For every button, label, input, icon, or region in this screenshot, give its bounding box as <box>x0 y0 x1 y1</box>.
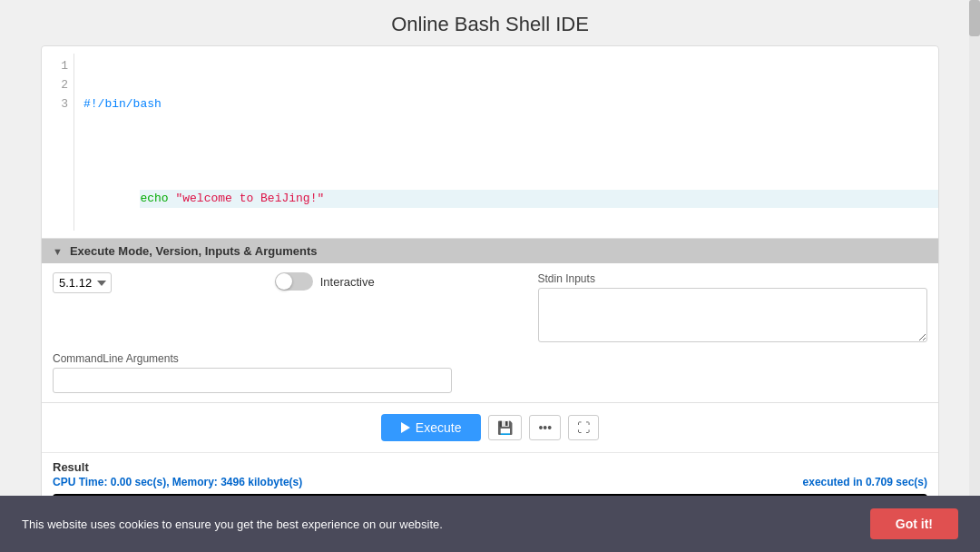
cookie-text: This website uses cookies to ensure you … <box>22 518 443 531</box>
interactive-label: Interactive <box>320 275 375 289</box>
line-numbers: 1 2 3 <box>42 54 74 231</box>
main-container: 1 2 3 #!/bin/bash echo "welcome to BeiJi… <box>41 45 939 552</box>
echo-string: "welcome to BeiJing!" <box>175 192 324 205</box>
code-editor[interactable]: #!/bin/bash echo "welcome to BeiJing!" <box>74 54 938 231</box>
interactive-wrap: Interactive <box>130 272 520 291</box>
cpu-info: CPU Time: 0.00 sec(s), Memory: 3496 kilo… <box>53 476 302 488</box>
code-line-3[interactable]: echo "welcome to BeiJing!" <box>140 190 938 209</box>
shebang-text: #!/bin/bash <box>83 97 162 111</box>
more-button[interactable]: ••• <box>529 415 561 440</box>
result-label: Result <box>53 460 927 474</box>
cookie-banner: This website uses cookies to ensure you … <box>0 496 980 552</box>
line-num-2: 2 <box>47 76 68 95</box>
toggle-knob <box>276 273 292 290</box>
code-line-2[interactable] <box>83 152 929 171</box>
collapse-icon: ▼ <box>53 246 63 257</box>
version-select[interactable]: 5.1.12 4.4.20 3.2.57 <box>53 272 112 293</box>
execute-mode-label: Execute Mode, Version, Inputs & Argument… <box>70 244 318 258</box>
execute-mode-bar[interactable]: ▼ Execute Mode, Version, Inputs & Argume… <box>42 239 938 263</box>
got-it-button[interactable]: Got it! <box>870 508 958 539</box>
version-select-wrap: 5.1.12 4.4.20 3.2.57 <box>53 272 112 293</box>
execute-label: Execute <box>416 420 462 435</box>
line-num-1: 1 <box>47 57 68 76</box>
upload-icon: 💾 <box>497 420 513 435</box>
page-wrapper: Online Bash Shell IDE 1 2 3 #!/bin/bash … <box>0 0 980 552</box>
execute-mode-content: 5.1.12 4.4.20 3.2.57 Interactive Stdin I… <box>42 263 938 403</box>
stdin-label: Stdin Inputs <box>538 272 928 285</box>
stdin-wrap: Stdin Inputs <box>538 272 928 345</box>
execute-button[interactable]: Execute <box>381 414 482 441</box>
scroll-thumb[interactable] <box>969 0 980 36</box>
exec-time: executed in 0.709 sec(s) <box>803 476 927 488</box>
stdin-textarea[interactable] <box>538 288 928 342</box>
editor-area[interactable]: 1 2 3 #!/bin/bash echo "welcome to BeiJi… <box>42 46 938 239</box>
cmd-args-label: CommandLine Arguments <box>53 352 927 365</box>
execute-mode-row: 5.1.12 4.4.20 3.2.57 Interactive Stdin I… <box>53 272 927 345</box>
result-meta: CPU Time: 0.00 sec(s), Memory: 3496 kilo… <box>53 476 927 488</box>
code-line-1[interactable]: #!/bin/bash <box>83 95 929 114</box>
upload-button[interactable]: 💾 <box>488 415 522 440</box>
page-title: Online Bash Shell IDE <box>0 0 980 45</box>
page-scrollbar[interactable] <box>969 0 980 552</box>
line-num-3: 3 <box>47 95 68 114</box>
play-icon <box>401 422 410 433</box>
interactive-toggle[interactable] <box>275 272 313 291</box>
action-row: Execute 💾 ••• ⛶ <box>42 403 938 453</box>
cmd-args-wrap: CommandLine Arguments <box>53 352 927 393</box>
echo-command: echo <box>140 192 175 205</box>
more-icon: ••• <box>538 420 552 435</box>
fullscreen-icon: ⛶ <box>577 420 590 435</box>
cmd-args-input[interactable] <box>53 368 452 393</box>
fullscreen-button[interactable]: ⛶ <box>568 415 599 440</box>
